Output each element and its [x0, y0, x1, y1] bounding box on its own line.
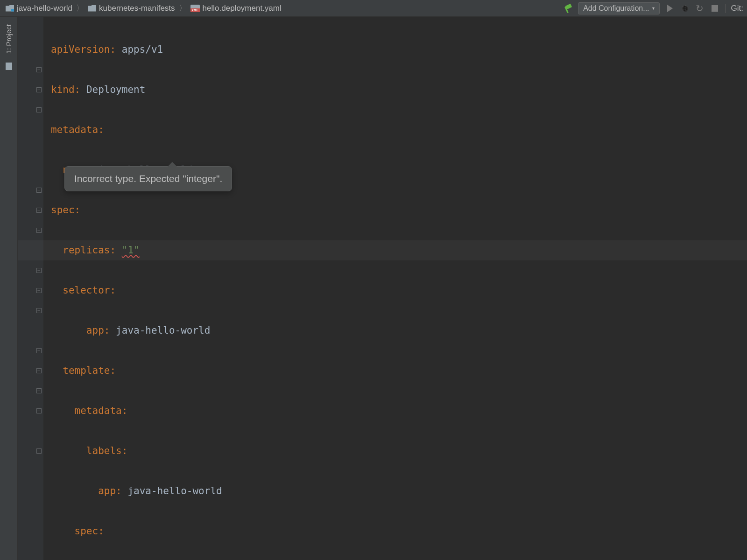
code-line[interactable]: spec: — [43, 200, 747, 220]
fold-toggle[interactable] — [36, 441, 42, 461]
code-line[interactable]: metadata: — [43, 401, 747, 421]
editor[interactable]: apiVersion: apps/v1 kind: Deployment met… — [18, 17, 747, 560]
fold-toggle[interactable] — [36, 301, 42, 321]
fold-toggle[interactable] — [36, 260, 42, 280]
code-line[interactable]: labels: — [43, 441, 747, 461]
fold-marker — [36, 321, 42, 341]
git-label[interactable]: Git: — [731, 4, 743, 13]
breadcrumb-folder[interactable]: kubernetes-manifests — [86, 3, 177, 14]
project-tool-window-tab[interactable]: 1: Project — [3, 21, 14, 57]
fold-toggle[interactable] — [36, 381, 42, 401]
fold-marker — [36, 140, 42, 160]
code-line[interactable]: app: java-hello-world — [43, 321, 747, 341]
code-line[interactable]: metadata: — [43, 120, 747, 140]
project-tab-label: 1: Project — [5, 24, 13, 54]
breadcrumb-file[interactable]: hello.deployment.yaml — [189, 3, 283, 14]
left-sidebar: 1: Project — [0, 17, 18, 560]
toolbar-right: Add Configuration... Git: — [563, 2, 743, 14]
code-line[interactable]: spec: — [43, 521, 747, 541]
fold-marker — [36, 120, 42, 140]
top-toolbar: java-hello-world 〉 kubernetes-manifests … — [0, 0, 747, 17]
fold-toggle[interactable] — [36, 60, 42, 80]
fold-toggle[interactable] — [36, 180, 42, 200]
error-tooltip: Incorrect type. Expected "integer". — [64, 166, 232, 191]
code-line[interactable]: apiVersion: apps/v1 — [43, 40, 747, 60]
run-config-label: Add Configuration... — [583, 4, 649, 13]
fold-toggle[interactable] — [36, 361, 42, 381]
fold-toggle[interactable] — [36, 280, 42, 301]
breadcrumb-separator: 〉 — [179, 3, 187, 14]
code-line[interactable]: selector: — [43, 280, 747, 301]
editor-gutter[interactable] — [18, 17, 43, 560]
stop-icon[interactable] — [710, 4, 719, 13]
breadcrumb-separator: 〉 — [76, 3, 84, 14]
fold-marker — [36, 20, 42, 40]
build-icon[interactable] — [563, 4, 572, 13]
code-line[interactable]: app: java-hello-world — [43, 481, 747, 501]
error-value: "1" — [122, 245, 140, 256]
run-icon[interactable] — [665, 4, 675, 13]
code-line[interactable]: template: — [43, 361, 747, 381]
main-area: 1: Project — [0, 17, 747, 560]
breadcrumb-file-label: hello.deployment.yaml — [203, 4, 282, 13]
fold-marker — [36, 421, 42, 441]
tooltip-message: Incorrect type. Expected "integer". — [74, 173, 222, 184]
yaml-file-icon — [190, 5, 200, 12]
sidebar-folder-icon[interactable] — [6, 63, 12, 70]
fold-toggle[interactable] — [36, 401, 42, 421]
breadcrumb-folder-label: kubernetes-manifests — [99, 4, 175, 13]
fold-toggle[interactable] — [36, 341, 42, 361]
coverage-icon[interactable] — [695, 4, 705, 13]
breadcrumb-project[interactable]: java-hello-world — [4, 3, 74, 14]
run-configuration-button[interactable]: Add Configuration... — [578, 2, 659, 14]
project-folder-icon — [6, 5, 14, 12]
fold-toggle[interactable] — [36, 200, 42, 220]
breadcrumb-project-label: java-hello-world — [17, 4, 72, 13]
fold-toggle[interactable] — [36, 80, 42, 100]
code-line-error[interactable]: replicas: "1" — [43, 240, 747, 260]
code-area[interactable]: apiVersion: apps/v1 kind: Deployment met… — [43, 17, 747, 560]
fold-toggle[interactable] — [36, 220, 42, 240]
fold-marker — [36, 40, 42, 60]
code-line[interactable]: kind: Deployment — [43, 80, 747, 100]
toolbar-separator — [725, 4, 726, 13]
folder-icon — [88, 5, 96, 12]
debug-icon[interactable] — [680, 4, 690, 13]
fold-marker — [36, 160, 42, 180]
breadcrumbs: java-hello-world 〉 kubernetes-manifests … — [4, 3, 563, 14]
fold-toggle[interactable] — [36, 100, 42, 120]
